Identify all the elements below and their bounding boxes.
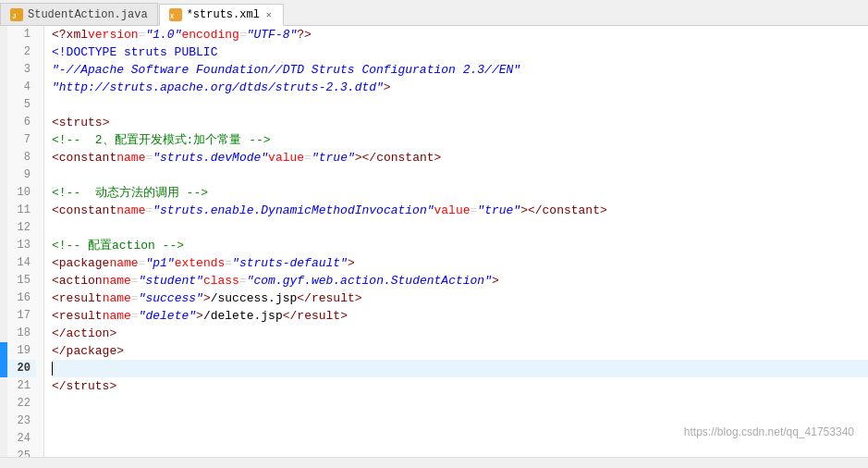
line-num-20: 20 bbox=[7, 360, 36, 377]
line-num-3: 3 bbox=[7, 61, 36, 79]
tab-label: *struts.xml bbox=[187, 8, 260, 21]
code-line-8: <constant name="struts.devMode" value="t… bbox=[52, 149, 868, 166]
code-line-20 bbox=[52, 360, 868, 377]
tab-struts-xml[interactable]: X *struts.xml ✕ bbox=[159, 4, 284, 26]
java-icon: J bbox=[10, 8, 23, 21]
code-line-12 bbox=[52, 219, 868, 237]
code-line-2: <!DOCTYPE struts PUBLIC bbox=[52, 43, 868, 61]
editor-container: J StudentAction.java X *struts.xml ✕ 1 2… bbox=[0, 0, 868, 468]
bookmark-line19-20 bbox=[0, 342, 7, 377]
line-num-11: 11 bbox=[7, 202, 36, 219]
code-line-25 bbox=[52, 448, 868, 457]
code-line-1: <?xml version="1.0" encoding="UTF-8" ?> bbox=[52, 26, 868, 43]
code-line-11: <constant name="struts.enable.DynamicMet… bbox=[52, 202, 868, 219]
line-num-12: 12 bbox=[7, 219, 36, 237]
line-num-23: 23 bbox=[7, 413, 36, 430]
code-line-7: <!-- 2、配置开发模式:加个常量 --> bbox=[52, 131, 868, 149]
line-num-18: 18 bbox=[7, 325, 36, 342]
code-line-24 bbox=[52, 430, 868, 448]
horizontal-scrollbar[interactable] bbox=[0, 457, 868, 468]
line-num-15: 15 bbox=[7, 272, 36, 289]
line-num-4: 4 bbox=[7, 79, 36, 96]
line-num-10: 10 bbox=[7, 184, 36, 202]
line-num-6: 6 bbox=[7, 114, 36, 131]
code-line-19: </package> bbox=[52, 342, 868, 360]
svg-text:J: J bbox=[12, 12, 17, 20]
code-line-23 bbox=[52, 413, 868, 430]
code-line-4: "http://struts.apache.org/dtds/struts-2.… bbox=[52, 79, 868, 96]
line-num-25: 25 bbox=[7, 448, 36, 457]
code-line-6: <struts> bbox=[52, 114, 868, 131]
code-line-22 bbox=[52, 395, 868, 413]
line-num-8: 8 bbox=[7, 149, 36, 166]
line-num-19: 19 bbox=[7, 342, 36, 360]
code-area[interactable]: <?xml version="1.0" encoding="UTF-8" ?> … bbox=[44, 26, 868, 457]
line-num-21: 21 bbox=[7, 377, 36, 395]
code-line-18: </action> bbox=[52, 325, 868, 342]
code-line-21: </struts> bbox=[52, 377, 868, 395]
code-line-3: "-//Apache Software Foundation//DTD Stru… bbox=[52, 61, 868, 79]
line-num-1: 1 bbox=[7, 26, 36, 43]
code-line-13: <!-- 配置action --> bbox=[52, 237, 868, 254]
tab-close-button[interactable]: ✕ bbox=[264, 8, 274, 21]
line-num-2: 2 bbox=[7, 43, 36, 61]
line-num-7: 7 bbox=[7, 131, 36, 149]
code-line-14: <package name="p1" extends="struts-defau… bbox=[52, 254, 868, 272]
tab-label: StudentAction.java bbox=[28, 8, 148, 21]
tab-student-action[interactable]: J StudentAction.java bbox=[0, 3, 158, 25]
line-num-24: 24 bbox=[7, 430, 36, 448]
xml-icon: X bbox=[169, 8, 182, 21]
line-num-9: 9 bbox=[7, 166, 36, 184]
line-num-17: 17 bbox=[7, 307, 36, 325]
code-line-5 bbox=[52, 96, 868, 114]
code-line-16: <result name="success">/success.jsp</res… bbox=[52, 289, 868, 307]
code-line-9 bbox=[52, 166, 868, 184]
line-num-16: 16 bbox=[7, 289, 36, 307]
line-num-14: 14 bbox=[7, 254, 36, 272]
editor-body: 1 2 3 4 5 6 7 8 9 10 11 12 13 14 15 16 1… bbox=[0, 26, 868, 457]
line-numbers: 1 2 3 4 5 6 7 8 9 10 11 12 13 14 15 16 1… bbox=[7, 26, 44, 457]
left-margin bbox=[0, 26, 7, 457]
code-line-15: <action name="student" class="com.gyf.we… bbox=[52, 272, 868, 289]
line-num-5: 5 bbox=[7, 96, 36, 114]
tab-bar: J StudentAction.java X *struts.xml ✕ bbox=[0, 0, 868, 26]
line-num-22: 22 bbox=[7, 395, 36, 413]
code-line-10: <!-- 动态方法的调用 --> bbox=[52, 184, 868, 202]
code-line-17: <result name="delete">/delete.jsp</resul… bbox=[52, 307, 868, 325]
line-num-13: 13 bbox=[7, 237, 36, 254]
